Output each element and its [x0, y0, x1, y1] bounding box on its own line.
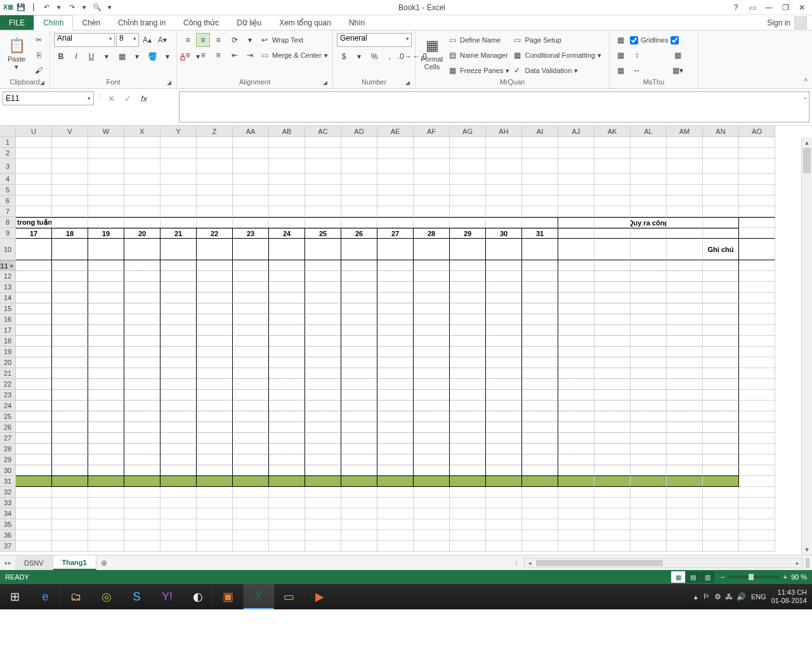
cell[interactable] — [341, 433, 377, 444]
cell[interactable]: 27 — [377, 228, 414, 239]
cell[interactable] — [341, 530, 377, 541]
cell[interactable] — [269, 368, 305, 379]
cell[interactable] — [52, 185, 88, 196]
cell[interactable] — [160, 433, 197, 444]
cell[interactable] — [124, 159, 160, 174]
cell[interactable] — [667, 293, 703, 303]
cell[interactable]: Ghi chú — [703, 239, 739, 260]
cell[interactable] — [558, 454, 594, 465]
cell[interactable] — [377, 174, 414, 185]
cell[interactable] — [631, 433, 667, 444]
cell[interactable] — [594, 508, 631, 519]
cell[interactable] — [197, 465, 233, 476]
cell[interactable] — [377, 422, 414, 433]
cell[interactable] — [341, 196, 377, 206]
cell[interactable] — [305, 185, 341, 196]
cell[interactable]: 28 — [414, 228, 450, 239]
cell[interactable] — [450, 239, 486, 260]
cell[interactable] — [305, 260, 341, 271]
row-header[interactable]: 21 — [0, 368, 16, 379]
cell[interactable] — [269, 476, 305, 487]
cell[interactable] — [739, 508, 775, 519]
cell[interactable] — [594, 137, 631, 148]
col-header[interactable]: AD — [341, 126, 377, 137]
cell[interactable] — [341, 282, 377, 293]
cell[interactable] — [160, 336, 197, 347]
cell[interactable] — [233, 239, 269, 260]
cell[interactable] — [486, 206, 522, 217]
cell[interactable] — [16, 271, 52, 282]
cell[interactable] — [739, 228, 775, 239]
cell[interactable] — [233, 519, 269, 530]
cell[interactable] — [269, 174, 305, 185]
cell[interactable] — [341, 465, 377, 476]
cell[interactable] — [16, 390, 52, 401]
cell[interactable] — [197, 379, 233, 390]
cell[interactable] — [160, 454, 197, 465]
define-name-button[interactable]: ▭Define Name — [447, 33, 509, 47]
col-header[interactable]: AA — [233, 126, 269, 137]
cell[interactable] — [52, 411, 88, 422]
cell[interactable] — [233, 159, 269, 174]
cell[interactable] — [631, 336, 667, 347]
cell[interactable] — [305, 217, 341, 228]
cell[interactable] — [377, 137, 414, 148]
cell[interactable] — [88, 508, 124, 519]
cell[interactable] — [486, 465, 522, 476]
cell[interactable] — [52, 239, 88, 260]
redo-icon[interactable]: ↷ — [66, 2, 77, 13]
cell[interactable] — [703, 433, 739, 444]
cell[interactable] — [667, 454, 703, 465]
cell[interactable] — [124, 185, 160, 196]
align-center-button[interactable]: ≡ — [196, 48, 210, 62]
cell[interactable] — [486, 260, 522, 271]
cell[interactable] — [594, 196, 631, 206]
cell[interactable] — [16, 137, 52, 148]
cell[interactable] — [233, 174, 269, 185]
cell[interactable] — [414, 206, 450, 217]
cell[interactable] — [522, 336, 558, 347]
cell[interactable] — [522, 498, 558, 508]
cell[interactable] — [52, 401, 88, 411]
cell[interactable] — [197, 303, 233, 314]
cell[interactable] — [739, 487, 775, 498]
cell[interactable] — [305, 476, 341, 487]
cell[interactable] — [667, 303, 703, 314]
cell[interactable] — [305, 508, 341, 519]
cell[interactable] — [233, 411, 269, 422]
cell[interactable] — [197, 487, 233, 498]
save-icon[interactable]: 💾 — [15, 2, 27, 13]
cell[interactable] — [631, 325, 667, 336]
cell[interactable] — [594, 454, 631, 465]
cell[interactable] — [450, 347, 486, 357]
cell[interactable] — [305, 368, 341, 379]
redo-more-icon[interactable]: ▾ — [79, 2, 90, 13]
cell[interactable] — [233, 444, 269, 454]
cell[interactable] — [594, 239, 631, 260]
cell[interactable] — [88, 433, 124, 444]
cell[interactable] — [160, 530, 197, 541]
cell[interactable] — [88, 185, 124, 196]
cell[interactable] — [377, 271, 414, 282]
cell[interactable] — [414, 519, 450, 530]
cell[interactable] — [52, 174, 88, 185]
cell[interactable] — [233, 137, 269, 148]
ie-icon[interactable]: e — [30, 584, 61, 609]
cell[interactable] — [88, 196, 124, 206]
enter-formula-button[interactable]: ✓ — [119, 91, 136, 105]
cell[interactable] — [233, 508, 269, 519]
cell[interactable] — [305, 422, 341, 433]
number-launcher-icon[interactable]: ◢ — [403, 79, 411, 87]
cell[interactable] — [124, 174, 160, 185]
cell[interactable] — [631, 487, 667, 498]
cell[interactable] — [269, 325, 305, 336]
cell[interactable] — [377, 519, 414, 530]
cell[interactable] — [594, 368, 631, 379]
cell[interactable] — [16, 325, 52, 336]
cell[interactable] — [88, 465, 124, 476]
cell[interactable] — [88, 137, 124, 148]
cell[interactable] — [739, 401, 775, 411]
cell[interactable] — [631, 185, 667, 196]
cell[interactable] — [414, 465, 450, 476]
col-header[interactable]: V — [52, 126, 88, 137]
